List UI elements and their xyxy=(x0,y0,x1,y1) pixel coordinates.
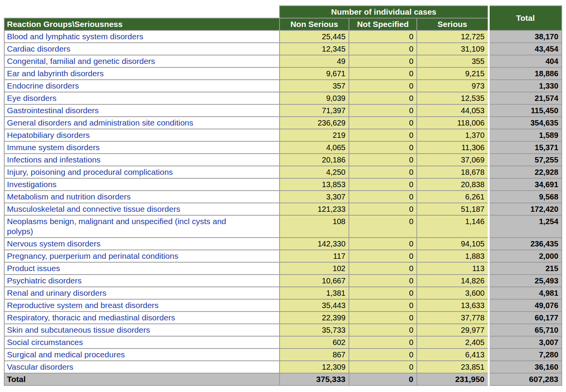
non-serious-value: 13,853 xyxy=(280,178,349,191)
col-header-not-specified: Not Specified xyxy=(349,18,417,30)
table-row: Congenital, familial and genetic disorde… xyxy=(4,55,562,67)
not-specified-value: 0 xyxy=(349,191,417,203)
row-total-value: 49,076 xyxy=(489,299,562,312)
row-total-value: 172,420 xyxy=(489,203,562,215)
non-serious-value: 20,186 xyxy=(280,154,349,166)
table-row: Endocrine disorders 357 0 973 1,330 xyxy=(4,80,562,92)
table-row: Nervous system disorders 142,330 0 94,10… xyxy=(4,238,562,250)
total-column-header: Total xyxy=(489,6,562,30)
serious-value: 6,413 xyxy=(417,348,489,361)
reaction-group-label[interactable]: Investigations xyxy=(4,178,280,191)
row-total-value: 18,886 xyxy=(489,67,562,80)
serious-value: 31,109 xyxy=(417,43,489,55)
reaction-group-label[interactable]: Cardiac disorders xyxy=(4,43,280,55)
table-header: Number of individual cases Total Reactio… xyxy=(4,6,562,30)
reaction-group-label[interactable]: Hepatobiliary disorders xyxy=(4,129,280,141)
reaction-group-label[interactable]: Ear and labyrinth disorders xyxy=(4,67,280,80)
non-serious-value: 12,345 xyxy=(280,43,349,55)
serious-value: 3,600 xyxy=(417,287,489,299)
reaction-group-label[interactable]: Psychiatric disorders xyxy=(4,275,280,287)
table-row: Eye disorders 9,039 0 12,535 21,574 xyxy=(4,92,562,104)
serious-value: 2,405 xyxy=(417,336,489,348)
row-total-value: 1,330 xyxy=(489,80,562,92)
reaction-group-label[interactable]: Reproductive system and breast disorders xyxy=(4,299,280,312)
reaction-group-label-text: Social circumstances xyxy=(7,338,83,347)
reaction-group-label[interactable]: Congenital, familial and genetic disorde… xyxy=(4,55,280,67)
reaction-group-label[interactable]: Injury, poisoning and procedural complic… xyxy=(4,166,280,178)
reaction-group-label-text: Skin and subcutaneous tissue disorders xyxy=(7,325,150,334)
reaction-group-label-text: Gastrointestinal disorders xyxy=(7,106,99,115)
serious-value: 1,883 xyxy=(417,250,489,262)
serious-value: 13,633 xyxy=(417,299,489,312)
reaction-group-label[interactable]: General disorders and administration sit… xyxy=(4,117,280,129)
reaction-group-label[interactable]: Blood and lymphatic system disorders xyxy=(4,30,280,43)
column-header-row: Reaction Groups\Seriousness Non Serious … xyxy=(4,18,562,30)
reaction-group-label-text: Endocrine disorders xyxy=(7,81,79,90)
row-total-value: 65,710 xyxy=(489,324,562,336)
blank-corner xyxy=(4,6,280,18)
reaction-group-label-text: General disorders and administration sit… xyxy=(7,118,193,127)
table-row: Gastrointestinal disorders 71,397 0 44,0… xyxy=(4,104,562,117)
serious-value: 29,977 xyxy=(417,324,489,336)
reaction-group-label[interactable]: Social circumstances xyxy=(4,336,280,348)
table-row: Investigations 13,853 0 20,838 34,691 xyxy=(4,178,562,191)
reaction-group-label[interactable]: Respiratory, thoracic and mediastinal di… xyxy=(4,312,280,324)
reaction-group-label-text: Vascular disorders xyxy=(7,362,73,371)
row-total-value: 354,635 xyxy=(489,117,562,129)
reaction-group-label-text: Pregnancy, puerperium and perinatal cond… xyxy=(7,251,178,260)
serious-value: 37,778 xyxy=(417,312,489,324)
reaction-group-label-text: Renal and urinary disorders xyxy=(7,288,106,297)
not-specified-value: 0 xyxy=(349,348,417,361)
reaction-group-label[interactable]: Eye disorders xyxy=(4,92,280,104)
not-specified-value: 0 xyxy=(349,324,417,336)
non-serious-value: 4,065 xyxy=(280,141,349,154)
non-serious-value: 35,733 xyxy=(280,324,349,336)
table-row: Reproductive system and breast disorders… xyxy=(4,299,562,312)
non-serious-value: 9,039 xyxy=(280,92,349,104)
reaction-group-label[interactable]: Product issues xyxy=(4,262,280,275)
reaction-group-label[interactable]: Vascular disorders xyxy=(4,361,280,373)
row-total-value: 2,000 xyxy=(489,250,562,262)
not-specified-value: 0 xyxy=(349,104,417,117)
serious-value: 23,851 xyxy=(417,361,489,373)
not-specified-value: 0 xyxy=(349,30,417,43)
not-specified-value: 0 xyxy=(349,80,417,92)
reaction-group-label[interactable]: Renal and urinary disorders xyxy=(4,287,280,299)
serious-value: 37,069 xyxy=(417,154,489,166)
non-serious-value: 10,667 xyxy=(280,275,349,287)
non-serious-value: 12,309 xyxy=(280,361,349,373)
reaction-group-label-text: Eye disorders xyxy=(7,94,56,102)
reaction-group-label[interactable]: Musculoskeletal and connective tissue di… xyxy=(4,203,280,215)
reaction-group-label-text: Hepatobiliary disorders xyxy=(7,131,90,139)
non-serious-value: 602 xyxy=(280,336,349,348)
reaction-group-label[interactable]: Endocrine disorders xyxy=(4,80,280,92)
row-total-value: 1,254 xyxy=(489,215,562,238)
non-serious-value: 1,381 xyxy=(280,287,349,299)
row-total-value: 38,170 xyxy=(489,30,562,43)
serious-value: 113 xyxy=(417,262,489,275)
not-specified-value: 0 xyxy=(349,312,417,324)
reaction-group-label[interactable]: Neoplasms benign, malignant and unspecif… xyxy=(4,215,280,238)
reaction-group-label-text: Ear and labyrinth disorders xyxy=(7,69,104,78)
row-total-value: 57,255 xyxy=(489,154,562,166)
serious-value: 1,370 xyxy=(417,129,489,141)
reaction-group-label[interactable]: Infections and infestations xyxy=(4,154,280,166)
reaction-group-label[interactable]: Pregnancy, puerperium and perinatal cond… xyxy=(4,250,280,262)
reaction-group-label[interactable]: Skin and subcutaneous tissue disorders xyxy=(4,324,280,336)
reaction-group-label[interactable]: Nervous system disorders xyxy=(4,238,280,250)
reaction-group-label-text: Reproductive system and breast disorders xyxy=(7,301,158,310)
row-total-value: 1,589 xyxy=(489,129,562,141)
row-group-header: Reaction Groups\Seriousness xyxy=(4,18,280,30)
serious-value: 14,826 xyxy=(417,275,489,287)
reaction-group-label[interactable]: Immune system disorders xyxy=(4,141,280,154)
reaction-group-label-text: Injury, poisoning and procedural complic… xyxy=(7,168,173,176)
total-not-specified-value: 0 xyxy=(349,373,417,385)
reaction-group-label[interactable]: Metabolism and nutrition disorders xyxy=(4,191,280,203)
non-serious-value: 867 xyxy=(280,348,349,361)
non-serious-value: 9,671 xyxy=(280,67,349,80)
reaction-group-label[interactable]: Gastrointestinal disorders xyxy=(4,104,280,117)
reaction-group-label-text: Metabolism and nutrition disorders xyxy=(7,192,131,201)
group-header: Number of individual cases xyxy=(280,6,489,18)
reaction-group-label[interactable]: Surgical and medical procedures xyxy=(4,348,280,361)
non-serious-value: 121,233 xyxy=(280,203,349,215)
